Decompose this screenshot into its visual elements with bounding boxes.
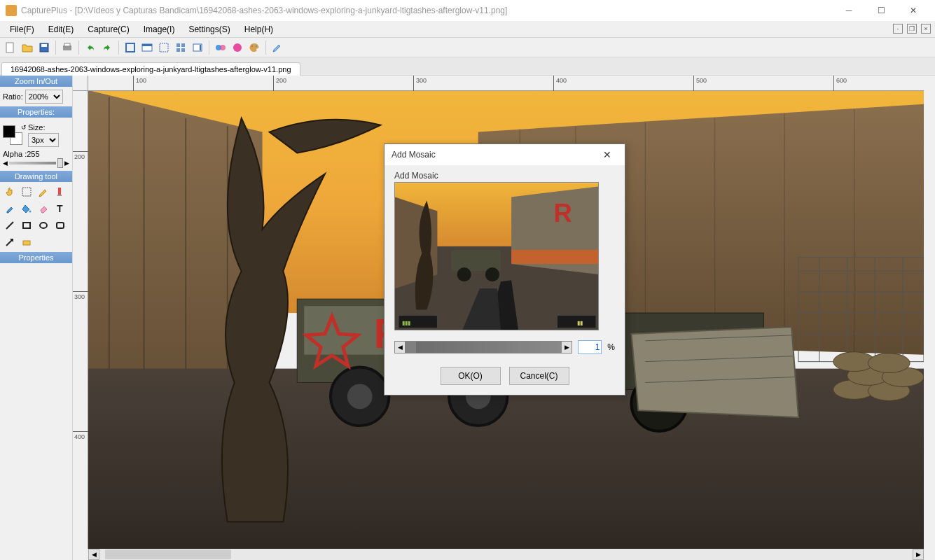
svg-rect-9 bbox=[176, 43, 180, 47]
svg-rect-22 bbox=[58, 188, 61, 195]
svg-point-16 bbox=[220, 45, 226, 50]
props2-panel-title: Properties bbox=[0, 252, 72, 263]
drawing-panel-title: Drawing tool bbox=[0, 171, 72, 182]
menu-edit[interactable]: Edit(E) bbox=[41, 23, 81, 36]
dialog-titlebar: Add Mosaic ✕ bbox=[385, 144, 625, 165]
ruler-corner bbox=[73, 76, 88, 91]
mosaic-slider[interactable]: ◀ ▶ bbox=[394, 341, 572, 354]
window-title: CapturePlus - [D:\Vídeos y Capturas Band… bbox=[21, 6, 833, 15]
ratio-select[interactable]: 200% bbox=[25, 90, 63, 104]
color-swatches[interactable]: ↺ bbox=[3, 125, 25, 145]
redo-button[interactable] bbox=[99, 40, 115, 55]
fullscreen-capture-button[interactable] bbox=[123, 40, 138, 55]
alpha-slider[interactable]: ◀▶ bbox=[3, 158, 69, 168]
menu-settings[interactable]: Settings(S) bbox=[181, 23, 237, 36]
svg-rect-23 bbox=[57, 195, 62, 196]
text-tool[interactable]: T bbox=[53, 201, 68, 216]
fx2-button[interactable] bbox=[230, 40, 245, 55]
svg-text:T: T bbox=[57, 203, 63, 214]
horizontal-scrollbar[interactable]: ◀ ▶ bbox=[88, 549, 924, 560]
fx1-button[interactable] bbox=[213, 40, 228, 55]
menu-help[interactable]: Help(H) bbox=[237, 23, 280, 36]
eraser-tool[interactable] bbox=[36, 201, 51, 216]
print-button[interactable] bbox=[60, 40, 75, 55]
mdi-close[interactable]: × bbox=[921, 24, 931, 34]
dialog-close-button[interactable]: ✕ bbox=[597, 144, 618, 165]
pan-tool[interactable] bbox=[2, 184, 18, 200]
pencil-tool[interactable] bbox=[36, 184, 51, 200]
ruler-horizontal: 100 200 300 400 500 600 bbox=[88, 76, 924, 91]
new-button[interactable] bbox=[3, 40, 18, 55]
roundrect-tool[interactable] bbox=[53, 218, 68, 233]
mdi-restore[interactable]: ❐ bbox=[907, 24, 917, 34]
percent-symbol: % bbox=[607, 342, 615, 352]
svg-point-73 bbox=[868, 354, 910, 373]
svg-point-20 bbox=[256, 46, 257, 47]
scroll-right-arrow[interactable]: ▶ bbox=[913, 549, 924, 560]
swap-colors-icon[interactable]: ↺ bbox=[21, 124, 27, 131]
menu-capture[interactable]: Capture(C) bbox=[81, 23, 136, 36]
minimize-button[interactable]: ─ bbox=[833, 0, 865, 21]
scroll-left-arrow[interactable]: ◀ bbox=[88, 549, 99, 560]
size-select[interactable]: 3px bbox=[28, 133, 59, 147]
mosaic-preview: R ▮▮▮ ▮▮ bbox=[394, 182, 599, 330]
close-button[interactable]: ✕ bbox=[897, 0, 929, 21]
maximize-button[interactable]: ☐ bbox=[865, 0, 897, 21]
svg-rect-21 bbox=[22, 188, 31, 196]
svg-point-17 bbox=[233, 43, 242, 52]
mdi-minimize[interactable]: - bbox=[893, 24, 903, 34]
slider-thumb[interactable] bbox=[405, 342, 416, 353]
ok-button[interactable]: OK(O) bbox=[441, 367, 501, 385]
svg-rect-8 bbox=[160, 43, 168, 52]
cancel-button[interactable]: Cancel(C) bbox=[509, 367, 569, 385]
svg-rect-14 bbox=[200, 45, 201, 50]
document-tab[interactable]: 16942068-ashes-2063-windows-exploring-a-… bbox=[1, 62, 300, 76]
region-capture-button[interactable] bbox=[156, 40, 172, 55]
options-button[interactable] bbox=[270, 40, 285, 55]
highlighter-tool[interactable] bbox=[53, 184, 68, 200]
alpha-label: Alpha :255 bbox=[3, 150, 69, 158]
ruler-vertical: 200 300 400 bbox=[73, 91, 88, 549]
undo-button[interactable] bbox=[83, 40, 98, 55]
mosaic-percent-input[interactable] bbox=[578, 340, 602, 354]
scroll-capture-button[interactable] bbox=[190, 40, 205, 55]
svg-rect-0 bbox=[6, 43, 13, 52]
ellipse-tool[interactable] bbox=[36, 218, 51, 233]
sidebar: Zoom In/Out Ratio: 200% Properties: ↺ Si… bbox=[0, 76, 73, 560]
eyedropper-tool[interactable] bbox=[2, 201, 18, 216]
svg-line-30 bbox=[6, 240, 12, 246]
foreground-color[interactable] bbox=[3, 125, 15, 138]
svg-rect-31 bbox=[23, 241, 30, 245]
slider-left-arrow[interactable]: ◀ bbox=[395, 342, 405, 353]
save-button[interactable] bbox=[36, 40, 52, 55]
stamp-tool[interactable] bbox=[19, 234, 34, 250]
menu-image[interactable]: Image(I) bbox=[137, 23, 182, 36]
window-capture-button[interactable] bbox=[139, 40, 155, 55]
ratio-label: Ratio: bbox=[3, 92, 23, 101]
zoom-panel-title: Zoom In/Out bbox=[0, 76, 72, 87]
vertical-scrollbar[interactable] bbox=[924, 91, 935, 549]
toolbar bbox=[0, 38, 935, 57]
scroll-thumb[interactable] bbox=[105, 550, 231, 559]
size-label: Size: bbox=[28, 123, 59, 132]
svg-point-19 bbox=[254, 44, 255, 46]
rect-tool[interactable] bbox=[19, 218, 34, 233]
app-icon bbox=[6, 5, 17, 16]
slider-right-arrow[interactable]: ▶ bbox=[562, 342, 572, 353]
menubar: File(F) Edit(E) Capture(C) Image(I) Sett… bbox=[0, 21, 935, 38]
add-mosaic-dialog: Add Mosaic ✕ Add Mosaic R bbox=[384, 144, 625, 396]
svg-line-26 bbox=[6, 222, 13, 229]
menu-file[interactable]: File(F) bbox=[3, 23, 41, 36]
svg-text:▮▮▮: ▮▮▮ bbox=[402, 320, 410, 326]
palette-button[interactable] bbox=[247, 40, 262, 55]
slider-track[interactable] bbox=[416, 342, 562, 353]
svg-point-82 bbox=[485, 267, 499, 281]
drawing-tool-grid: T bbox=[0, 182, 72, 252]
grid-capture-button[interactable] bbox=[173, 40, 188, 55]
line-tool[interactable] bbox=[2, 218, 18, 233]
fill-tool[interactable] bbox=[19, 201, 34, 216]
select-tool[interactable] bbox=[19, 184, 34, 200]
arrow-tool[interactable] bbox=[2, 234, 18, 250]
open-button[interactable] bbox=[20, 40, 35, 55]
scroll-track[interactable] bbox=[99, 549, 913, 560]
